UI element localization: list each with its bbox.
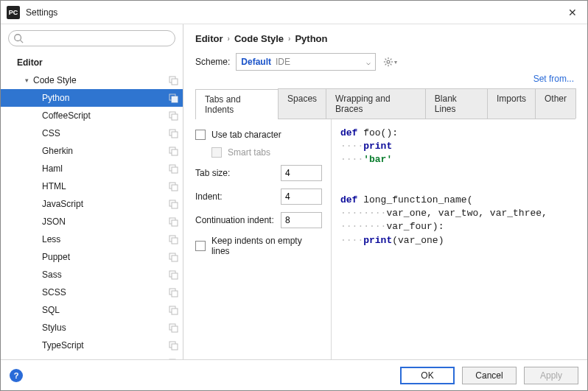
form-column: Use tab character Smart tabs Tab size: I… — [183, 119, 331, 359]
scheme-scope-icon — [168, 216, 178, 227]
tree-label: Editor — [17, 57, 178, 68]
cancel-button[interactable]: Cancel — [462, 367, 517, 384]
tab-panel: Use tab character Smart tabs Tab size: I… — [183, 119, 587, 359]
use-tab-row[interactable]: Use tab character — [195, 130, 322, 140]
chevron-right-icon: › — [288, 35, 290, 43]
search-box — [8, 30, 175, 46]
tab-other[interactable]: Other — [535, 88, 576, 119]
scheme-scope-icon — [168, 75, 178, 85]
tree-label: SCSS — [42, 287, 168, 297]
set-from-link[interactable]: Set from... — [533, 74, 574, 84]
settings-tree[interactable]: Editor ▾ Code Style PythonCoffeeScriptCS… — [1, 51, 183, 359]
close-icon[interactable]: ✕ — [564, 7, 581, 18]
scheme-scope-icon — [168, 128, 178, 138]
main-panel: Editor › Code Style › Python Scheme: Def… — [183, 24, 587, 359]
tree-label: Puppet — [42, 252, 168, 262]
svg-rect-13 — [172, 167, 178, 173]
tree-node-editor[interactable]: Editor — [1, 54, 183, 71]
code-preview: def foo(): ····print ····'bar' def long_… — [331, 119, 587, 359]
checkbox-icon[interactable] — [195, 241, 206, 251]
svg-rect-3 — [172, 79, 178, 85]
smart-tabs-row: Smart tabs — [195, 147, 322, 158]
tree-node-coffeescript[interactable]: CoffeeScript — [1, 107, 183, 124]
tab-wrapping-and-braces[interactable]: Wrapping and Braces — [326, 88, 426, 119]
svg-line-41 — [385, 59, 386, 60]
indent-row: Indent: — [195, 189, 322, 205]
settings-window: PC Settings ✕ Editor ▾ Code Style — [0, 0, 588, 391]
tab-tabs-and-indents[interactable]: Tabs and Indents — [195, 89, 279, 119]
scheme-select[interactable]: Default IDE ⌵ — [236, 53, 376, 71]
tree-node-scss[interactable]: SCSS — [1, 283, 183, 301]
tree-node-haml[interactable]: Haml — [1, 160, 183, 177]
tree-node-puppet[interactable]: Puppet — [1, 248, 183, 266]
tree-label: JSON — [42, 216, 168, 227]
svg-line-44 — [385, 64, 386, 66]
tree-node-css[interactable]: CSS — [1, 124, 183, 142]
footer: ? OK Cancel Apply — [1, 359, 587, 390]
tab-spaces[interactable]: Spaces — [278, 88, 326, 119]
scheme-scope-icon — [168, 270, 178, 280]
tree-node-sql[interactable]: SQL — [1, 301, 183, 319]
window-title: Settings — [26, 7, 564, 18]
tab-imports[interactable]: Imports — [487, 88, 536, 119]
checkbox-icon — [211, 147, 222, 158]
svg-rect-33 — [172, 344, 178, 350]
chevron-right-icon: › — [228, 35, 230, 43]
tree-node-typescript[interactable]: TypeScript — [1, 337, 183, 354]
tree-node-html[interactable]: HTML — [1, 177, 183, 195]
tree-label: Code Style — [33, 75, 168, 85]
app-icon: PC — [7, 6, 20, 19]
body: Editor ▾ Code Style PythonCoffeeScriptCS… — [1, 24, 587, 359]
apply-button: Apply — [524, 367, 578, 384]
svg-rect-29 — [172, 309, 178, 314]
tree-node-xml[interactable]: XML — [1, 354, 183, 359]
search-row — [1, 24, 183, 51]
breadcrumb-part: Python — [295, 33, 327, 44]
tree-node-gherkin[interactable]: Gherkin — [1, 142, 183, 160]
breadcrumb-part: Editor — [195, 33, 223, 44]
svg-rect-15 — [172, 185, 178, 191]
svg-point-36 — [387, 60, 390, 63]
help-icon[interactable]: ? — [10, 369, 23, 382]
sidebar: Editor ▾ Code Style PythonCoffeeScriptCS… — [1, 24, 183, 359]
scheme-value-default: Default — [241, 57, 271, 67]
scheme-label: Scheme: — [195, 57, 230, 67]
tree-label: HTML — [42, 181, 168, 191]
tree-label: Haml — [42, 163, 168, 174]
tab-blank-lines[interactable]: Blank Lines — [425, 88, 488, 119]
tree-label: SQL — [42, 305, 168, 315]
scheme-scope-icon — [168, 323, 178, 333]
scheme-scope-icon — [168, 146, 178, 156]
tree-node-javascript[interactable]: JavaScript — [1, 195, 183, 213]
svg-rect-19 — [172, 220, 178, 226]
tree-node-code-style[interactable]: ▾ Code Style — [1, 71, 183, 89]
search-icon — [13, 33, 24, 43]
breadcrumb-part: Code Style — [234, 33, 284, 44]
search-input[interactable] — [8, 30, 175, 46]
indent-label: Indent: — [195, 191, 275, 202]
tab-size-input[interactable] — [281, 165, 322, 181]
keep-empty-row[interactable]: Keep indents on empty lines — [195, 236, 322, 256]
tree-node-json[interactable]: JSON — [1, 213, 183, 230]
scheme-scope-icon — [168, 93, 178, 103]
tree-label: Gherkin — [42, 146, 168, 156]
ok-button[interactable]: OK — [400, 367, 455, 384]
checkbox-icon[interactable] — [195, 130, 206, 140]
tree-node-less[interactable]: Less — [1, 230, 183, 248]
scheme-scope-icon — [168, 287, 178, 297]
indent-input[interactable] — [281, 189, 322, 205]
scheme-scope-icon — [168, 163, 178, 174]
svg-rect-7 — [172, 114, 178, 120]
tree-node-sass[interactable]: Sass — [1, 266, 183, 283]
svg-rect-17 — [172, 202, 178, 208]
tree-node-python[interactable]: Python — [1, 89, 183, 107]
tree-label: TypeScript — [42, 340, 168, 351]
smart-tabs-label: Smart tabs — [228, 147, 270, 158]
continuation-input[interactable] — [281, 212, 322, 228]
scheme-actions-button[interactable]: ▾ — [382, 54, 398, 70]
tree-node-stylus[interactable]: Stylus — [1, 319, 183, 337]
scheme-scope-icon — [168, 199, 178, 209]
gear-icon — [383, 57, 393, 67]
svg-rect-11 — [172, 149, 178, 155]
tree-label: Stylus — [42, 323, 168, 333]
